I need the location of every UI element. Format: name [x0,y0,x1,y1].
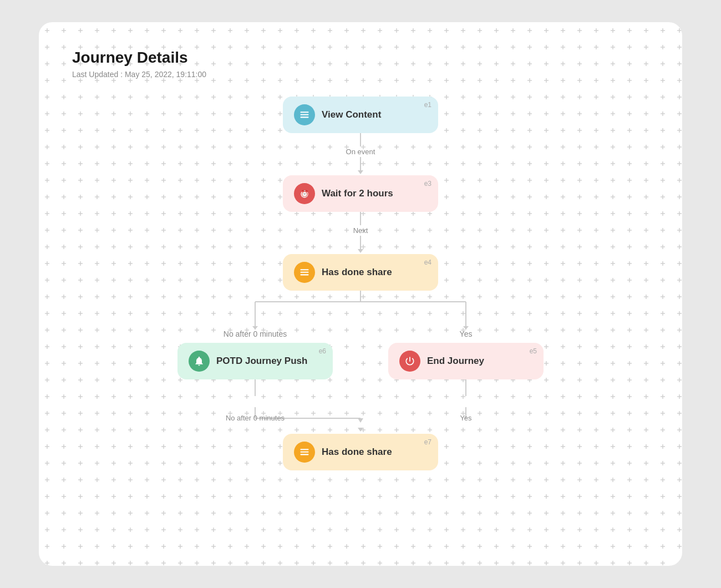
label-col-right: Yes [388,396,544,423]
svg-rect-26 [301,454,309,455]
node-e6[interactable]: POTD Journey Push e6 [177,343,333,379]
node-e6-label: POTD Journey Push [216,356,322,367]
label-on-event: On event [346,146,375,157]
node-e5-label: End Journey [427,356,532,367]
branch-right: Yes End Journey e5 [388,330,544,379]
node-e3[interactable]: ⏰ Wait for 2 hours e3 [283,175,438,212]
svg-rect-25 [301,452,309,453]
connector-on-event: On event [346,133,375,175]
flow-diagram: View Content e1 On event ⏰ Wait for 2 ho… [72,97,649,470]
svg-rect-10 [301,274,309,275]
label-yes-right: Yes [460,330,473,338]
connector-next: Next [353,212,368,254]
main-card: Journey Details Last Updated : May 25, 2… [39,22,682,566]
svg-rect-4 [301,114,309,115]
node-e7-id: e7 [424,438,431,446]
svg-rect-3 [301,111,309,113]
branch-left: No after 0 minutes POTD Journey Push e6 [177,330,333,379]
label-no-after-0-left: No after 0 minutes [224,330,287,338]
svg-text:⏰: ⏰ [301,190,309,197]
node-e3-label: Wait for 2 hours [322,188,427,199]
last-updated-value: May 25, 2022, 19:11:00 [125,70,206,79]
branch-split-e4: No after 0 minutes POTD Journey Push e6 … [166,291,555,470]
node-e4-icon [294,262,315,283]
node-e1-icon [294,104,315,125]
page-title: Journey Details [72,49,649,67]
node-e6-icon [189,351,210,372]
label-yes-bottom: Yes [460,413,471,423]
svg-rect-9 [301,272,309,273]
label-next: Next [353,225,368,236]
node-e7[interactable]: Has done share e7 [283,434,438,470]
connector-to-e7: Has done share e7 [283,428,438,470]
node-e3-icon: ⏰ [294,183,315,204]
node-e4[interactable]: Has done share e4 [283,254,438,291]
node-e6-id: e6 [319,347,326,355]
second-level-labels: No after 0 minutes Yes [166,396,555,423]
label-no-after-0-bottom: No after 0 minutes [226,413,285,423]
last-updated: Last Updated : May 25, 2022, 19:11:00 [72,70,649,79]
svg-rect-24 [301,449,309,450]
node-e5-icon [399,351,420,372]
branch-cols: No after 0 minutes POTD Journey Push e6 … [166,330,555,379]
svg-rect-5 [301,116,309,118]
node-e1-label: View Content [322,109,427,120]
node-e1-id: e1 [424,101,431,109]
svg-rect-8 [301,269,309,270]
header: Journey Details Last Updated : May 25, 2… [72,49,649,79]
node-e3-id: e3 [424,180,431,187]
node-e4-id: e4 [424,258,431,266]
node-e4-label: Has done share [322,267,427,278]
node-e5-id: e5 [530,347,537,355]
node-e5[interactable]: End Journey e5 [388,343,544,379]
label-col-left: No after 0 minutes [177,396,333,423]
last-updated-label: Last Updated : [72,70,123,79]
node-e7-label: Has done share [322,447,427,458]
node-e1[interactable]: View Content e1 [283,97,438,133]
node-e7-icon [294,442,315,463]
branch-lines-svg [166,291,555,330]
